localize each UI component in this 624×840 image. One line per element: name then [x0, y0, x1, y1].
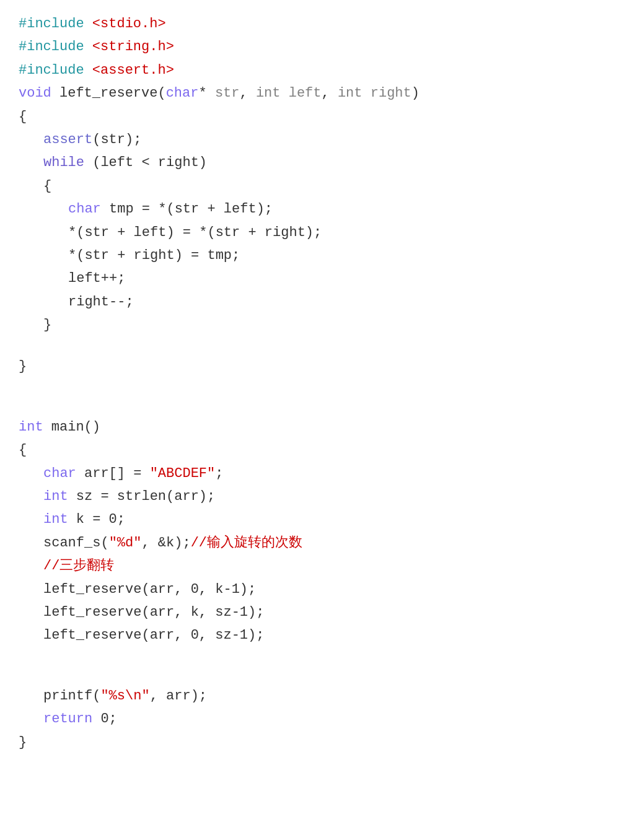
line-25: left_reserve(arr, 0, k-1); — [19, 578, 618, 601]
var-tmp-decl: tmp = *(str + left); — [109, 198, 273, 221]
arr-decl: arr[] = — [84, 462, 150, 485]
include-file-2: <string.h> — [92, 35, 174, 58]
param-type-int-1: int — [256, 82, 289, 105]
include-file-3: <assert.h> — [92, 59, 174, 82]
line-32: } — [19, 731, 618, 754]
keyword-char: char — [166, 82, 199, 105]
spacer-2 — [19, 378, 618, 397]
spacer-1 — [19, 336, 618, 355]
line-31: return 0; — [19, 707, 618, 730]
keyword-while: while — [43, 151, 92, 174]
brace-close-inner: } — [43, 313, 51, 336]
line-20: char arr[] = "ABCDEF"; — [19, 462, 618, 485]
line-2: #include <string.h> — [19, 35, 618, 58]
keyword-char-arr: char — [43, 462, 84, 485]
comment-three-step: //三步翻转 — [43, 554, 114, 577]
return-value: 0; — [100, 707, 116, 730]
line-19: { — [19, 439, 618, 462]
include-file-1: <stdio.h> — [92, 12, 166, 35]
line-18: int main() — [19, 416, 618, 439]
preprocessor-1: #include — [19, 12, 92, 35]
line-21: int sz = strlen(arr); — [19, 485, 618, 508]
line-16: } — [19, 355, 618, 378]
line-27: left_reserve(arr, 0, sz-1); — [19, 624, 618, 647]
call-left-reserve-2: left_reserve(arr, k, sz-1); — [43, 601, 264, 624]
line-4: void left_reserve(char* str, int left, i… — [19, 82, 618, 105]
line-11: *(str + right) = tmp; — [19, 244, 618, 267]
preprocessor-3: #include — [19, 59, 92, 82]
brace-open-2: { — [43, 175, 51, 198]
printf-call: printf( — [43, 685, 100, 707]
line-13: right--; — [19, 291, 618, 313]
pointer-star: * — [198, 82, 214, 105]
code-editor: #include <stdio.h> #include <string.h> #… — [6, 12, 618, 754]
spacer-4 — [19, 647, 618, 666]
line-12: left++; — [19, 267, 618, 290]
line-9: char tmp = *(str + left); — [19, 198, 618, 221]
comment-rotate: //输入旋转的次数 — [191, 532, 302, 554]
keyword-int-main: int — [19, 416, 51, 439]
scanf-call: scanf_s( — [43, 532, 109, 554]
param-right: right — [371, 82, 411, 105]
keyword-int-sz: int — [43, 485, 76, 508]
keyword-char-2: char — [68, 198, 109, 221]
line-23: scanf_s("%d", &k);//输入旋转的次数 — [19, 532, 618, 554]
line-14: } — [19, 313, 618, 336]
preprocessor-2: #include — [19, 35, 92, 58]
func-name-left-reserve: left_reserve( — [59, 82, 166, 105]
line-8: { — [19, 175, 618, 198]
call-left-reserve-1: left_reserve(arr, 0, k-1); — [43, 578, 256, 601]
param-str: str — [215, 82, 240, 105]
param-left: left — [289, 82, 322, 105]
brace-close-main: } — [19, 731, 27, 754]
while-condition: (left < right) — [92, 151, 207, 174]
brace-open-main: { — [19, 439, 27, 462]
keyword-int-k: int — [43, 508, 76, 531]
assert-args: (str); — [92, 128, 141, 151]
printf-format: "%s\n" — [100, 685, 149, 707]
line-26: left_reserve(arr, k, sz-1); — [19, 601, 618, 624]
line-1: #include <stdio.h> — [19, 12, 618, 35]
scanf-args: , &k); — [141, 532, 190, 554]
string-abcdef: "ABCDEF" — [150, 462, 216, 485]
left-increment: left++; — [68, 267, 125, 290]
sz-decl: sz = strlen(arr); — [76, 485, 215, 508]
line-22: int k = 0; — [19, 508, 618, 531]
func-name-main: main() — [51, 416, 100, 439]
right-decrement: right--; — [68, 291, 134, 313]
keyword-void: void — [19, 82, 59, 105]
line-3: #include <assert.h> — [19, 59, 618, 82]
line-30: printf("%s\n", arr); — [19, 685, 618, 707]
printf-args: , arr); — [150, 685, 207, 707]
brace-open-1: { — [19, 105, 27, 128]
spacer-5 — [19, 666, 618, 685]
keyword-return: return — [43, 707, 100, 730]
call-left-reserve-3: left_reserve(arr, 0, sz-1); — [43, 624, 264, 647]
line-6: assert(str); — [19, 128, 618, 151]
assert-call: assert — [43, 128, 92, 151]
param-type-int-2: int — [338, 82, 371, 105]
assign-left: *(str + left) = *(str + right); — [68, 221, 322, 244]
line-24: //三步翻转 — [19, 554, 618, 577]
assign-right: *(str + right) = tmp; — [68, 244, 240, 267]
spacer-3 — [19, 397, 618, 416]
line-7: while (left < right) — [19, 151, 618, 174]
k-decl: k = 0; — [76, 508, 125, 531]
line-10: *(str + left) = *(str + right); — [19, 221, 618, 244]
brace-close-func: } — [19, 355, 27, 378]
line-5: { — [19, 105, 618, 128]
scanf-format: "%d" — [109, 532, 142, 554]
